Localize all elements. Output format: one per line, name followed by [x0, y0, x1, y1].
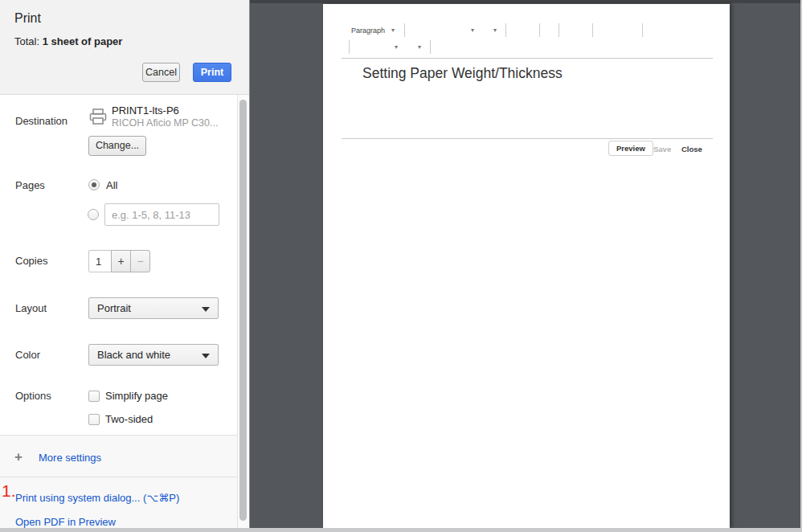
open-pdf-link[interactable]: Open PDF in Preview [15, 516, 116, 528]
paragraph-dropdown-label: Paragraph [351, 27, 385, 35]
two-sided-checkbox[interactable] [88, 414, 100, 425]
printer-icon [88, 107, 108, 126]
dialog-header: Print Total: 1 sheet of paper Cancel Pri… [0, 0, 249, 95]
layout-label: Layout [15, 302, 47, 314]
color-label: Color [15, 349, 40, 361]
document-heading: Setting Paper Weight/Thickness [362, 65, 563, 82]
chevron-down-icon: ▾ [493, 27, 497, 34]
divider [0, 477, 238, 477]
color-select[interactable]: Black and white [88, 344, 219, 366]
total-label: Total: [14, 35, 39, 47]
chevron-down-icon [202, 307, 210, 312]
scrollbar-thumb[interactable] [239, 100, 247, 521]
copies-decrement-button[interactable]: − [130, 250, 150, 272]
save-button: Save [653, 145, 671, 153]
toolbar-separator [505, 23, 506, 37]
divider [342, 138, 713, 139]
preview-top-edge [250, 0, 800, 3]
chevron-down-icon: ▾ [418, 43, 421, 51]
chevron-down-icon [202, 354, 210, 358]
cancel-button[interactable]: Cancel [142, 63, 180, 82]
divider [342, 58, 713, 59]
toolbar-separator [559, 23, 559, 37]
color-select-value: Black and white [97, 349, 170, 361]
total-value: 1 sheet of paper [43, 35, 123, 47]
system-dialog-link[interactable]: Print using system dialog... (⌥⌘P) [15, 492, 179, 504]
dialog-footer: + More settings 1. Print using system di… [0, 435, 238, 532]
chevron-down-icon: ▾ [395, 43, 398, 51]
toolbar-separator [430, 40, 431, 54]
plus-icon[interactable]: + [14, 449, 23, 465]
change-destination-button[interactable]: Change... [88, 136, 146, 156]
panel-scrollbar[interactable] [237, 95, 248, 532]
dialog-title: Print [14, 11, 41, 26]
destination-label: Destination [15, 115, 68, 127]
pages-range-radio[interactable] [88, 209, 99, 220]
window-bottom-edge [0, 528, 802, 532]
copies-label: Copies [15, 255, 47, 267]
copies-input[interactable] [88, 250, 112, 272]
print-button[interactable]: Print [193, 63, 231, 82]
simplify-page-checkbox[interactable] [88, 391, 100, 402]
toolbar-separator [642, 23, 643, 37]
toolbar-separator [404, 23, 405, 37]
simplify-page-label: Simplify page [105, 390, 168, 402]
layout-select-value: Portrait [97, 302, 131, 314]
close-button: Close [681, 145, 702, 153]
two-sided-label: Two-sided [105, 413, 153, 425]
annotation-step-number: 1. [2, 483, 16, 499]
total-sheets-text: Total: 1 sheet of paper [14, 35, 122, 47]
printer-model: RICOH Aficio MP C30... [112, 117, 218, 129]
print-preview-area: Paragraph ▾ ▾ ▾ ▾ ▾ Setting Paper Weight… [250, 0, 802, 532]
more-settings-link[interactable]: More settings [39, 452, 101, 464]
layout-select[interactable]: Portrait [88, 297, 219, 319]
printer-name: PRINT1-lts-P6 [112, 104, 179, 117]
copies-increment-button[interactable]: + [111, 250, 131, 272]
pages-label: Pages [15, 179, 45, 191]
toolbar-separator [349, 40, 350, 54]
print-dialog-panel: Print Total: 1 sheet of paper Cancel Pri… [0, 0, 250, 532]
page-range-input[interactable] [104, 203, 219, 226]
preview-page: Paragraph ▾ ▾ ▾ ▾ ▾ Setting Paper Weight… [323, 4, 730, 528]
options-label: Options [15, 390, 51, 402]
chevron-down-icon: ▾ [391, 27, 395, 34]
toolbar-separator [539, 23, 540, 37]
pages-all-radio[interactable] [88, 179, 100, 190]
chevron-down-icon: ▾ [471, 27, 474, 34]
pages-all-label: All [106, 179, 117, 191]
toolbar-separator [592, 23, 593, 37]
preview-button: Preview [608, 141, 653, 156]
